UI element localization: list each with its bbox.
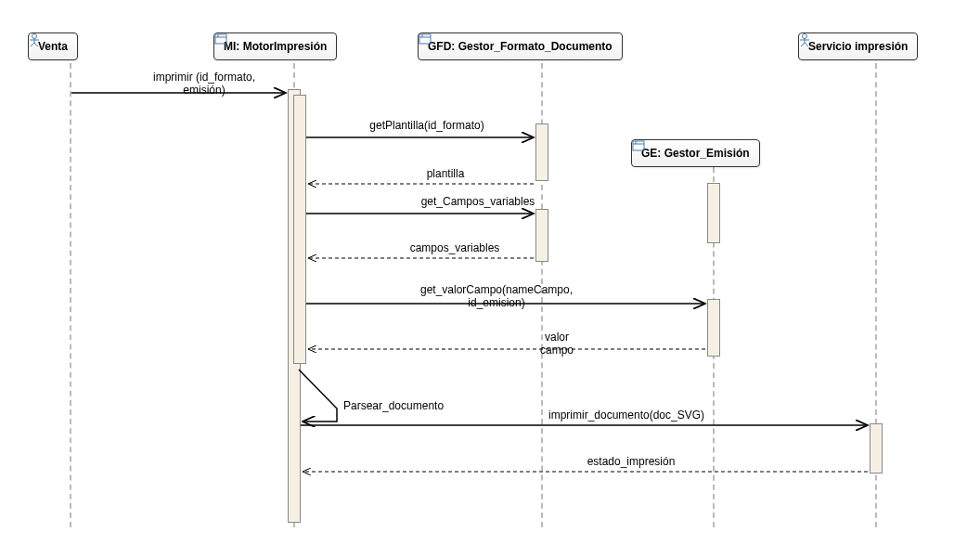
msg-getvalor: get_valorCampo(nameCampo,id_emision) xyxy=(390,283,603,309)
participant-servicio-label: Servicio impresión xyxy=(808,40,908,53)
svg-line-17 xyxy=(801,43,805,46)
activation-gfd-1 xyxy=(535,123,548,181)
msg-ret-plantilla: plantilla xyxy=(390,167,501,180)
msg-getplantilla: getPlantilla(id_formato) xyxy=(334,119,520,132)
activation-mi-inner xyxy=(293,95,306,364)
msg-imprimir: imprimir (id_formato,emisión) xyxy=(125,71,283,97)
lifeline-venta xyxy=(70,63,71,527)
participant-mi-label: MI: MotorImpresión xyxy=(224,40,327,53)
activation-servicio xyxy=(870,423,883,474)
participant-gfd: GFD: Gestor_Formato_Documento xyxy=(418,32,623,60)
msg-ret-campos: campos_variables xyxy=(371,241,538,254)
svg-line-3 xyxy=(31,43,34,46)
participant-mi: MI: MotorImpresión xyxy=(213,32,337,60)
activation-ge-call xyxy=(707,299,720,357)
activation-ge-top xyxy=(707,183,720,243)
participant-venta-label: Venta xyxy=(38,40,68,53)
arrows-layer xyxy=(19,19,961,539)
participant-ge-label: GE: Gestor_Emisión xyxy=(641,147,750,160)
participant-venta: Venta xyxy=(28,32,78,60)
msg-self-parsear: Parsear_documento xyxy=(343,399,473,412)
msg-getcampos: get_Campos_variables xyxy=(385,195,571,208)
participant-gfd-label: GFD: Gestor_Formato_Documento xyxy=(428,40,612,53)
participant-servicio: Servicio impresión xyxy=(798,32,918,60)
sequence-diagram: Venta MI: MotorImpresión GFD: Gestor_For… xyxy=(19,19,961,539)
msg-ret-estado: estado_impresión xyxy=(538,455,724,468)
participant-ge: GE: Gestor_Emisión xyxy=(631,139,760,167)
svg-point-0 xyxy=(32,34,37,39)
msg-imprimir-doc: imprimir_documento(doc_SVG) xyxy=(510,409,742,422)
msg-ret-valor: valorcampo xyxy=(520,331,594,357)
svg-point-14 xyxy=(803,34,807,39)
